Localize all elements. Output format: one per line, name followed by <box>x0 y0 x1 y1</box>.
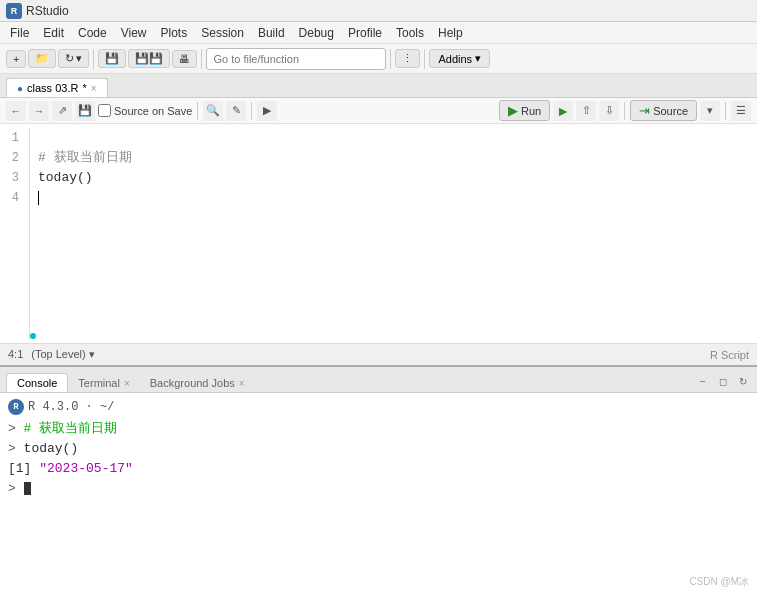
recent-files-button[interactable]: ↻ ▾ <box>58 49 89 68</box>
save-icon: 💾 <box>105 52 119 65</box>
console-pane: Console Terminal × Background Jobs × − ◻… <box>0 367 757 597</box>
dropdown-arrow: ▾ <box>76 52 82 65</box>
cursor-position: 4:1 <box>8 348 23 361</box>
source-on-save-text: Source on Save <box>114 105 192 117</box>
jobs-close-icon[interactable]: × <box>239 378 245 389</box>
editor-tab-label: class 03.R <box>27 82 78 94</box>
save-all-button[interactable]: 💾💾 <box>128 49 170 68</box>
console-tab-bar: Console Terminal × Background Jobs × − ◻… <box>0 367 757 393</box>
save-editor-button[interactable]: 💾 <box>75 101 95 121</box>
console-cursor <box>24 482 31 495</box>
code-line-3: today() <box>38 168 749 188</box>
new-file-icon: + <box>13 53 19 65</box>
open-file-button[interactable]: 📁 <box>28 49 56 68</box>
console-line-3: [1] "2023-05-17" <box>8 459 749 479</box>
console-version: R 4.3.0 · ~/ <box>28 397 114 417</box>
scope-dropdown[interactable]: ▾ <box>89 348 95 360</box>
run-label: Run <box>521 105 541 117</box>
editor-tab-file[interactable]: ● class 03.R * × <box>6 78 108 97</box>
run-button[interactable]: ▶ Run <box>499 100 550 121</box>
console-header-line: R R 4.3.0 · ~/ <box>8 397 749 417</box>
console-content[interactable]: R R 4.3.0 · ~/ > # 获取当前日期 > today() [1] … <box>0 393 757 597</box>
scope-indicator: (Top Level) ▾ <box>31 348 94 361</box>
console-tab-buttons: − ◻ ↻ <box>695 373 751 392</box>
menu-view[interactable]: View <box>115 24 153 42</box>
console-comment-1: # 获取当前日期 <box>24 421 118 436</box>
maximize-console-button[interactable]: ◻ <box>715 373 731 389</box>
menu-build[interactable]: Build <box>252 24 291 42</box>
options-button[interactable]: ☰ <box>731 101 751 121</box>
recent-icon: ↻ <box>65 52 74 65</box>
background-jobs-label: Background Jobs <box>150 377 235 389</box>
scope-text: (Top Level) <box>31 348 85 360</box>
clear-console-button[interactable]: ↻ <box>735 373 751 389</box>
editor-toolbar-sep-4 <box>725 102 726 120</box>
code-content[interactable]: # 获取当前日期 today() <box>30 128 757 339</box>
menu-debug[interactable]: Debug <box>293 24 340 42</box>
save-button[interactable]: 💾 <box>98 49 126 68</box>
console-prompt-2: > <box>8 441 24 456</box>
menu-tools[interactable]: Tools <box>390 24 430 42</box>
toolbar-separator-3 <box>390 49 391 69</box>
minimize-console-button[interactable]: − <box>695 373 711 389</box>
menu-plots[interactable]: Plots <box>155 24 194 42</box>
script-type: R Script <box>710 349 749 361</box>
new-file-button[interactable]: + <box>6 50 26 68</box>
menu-session[interactable]: Session <box>195 24 250 42</box>
code-editor[interactable]: 1 2 3 4 # 获取当前日期 today() <box>0 124 757 343</box>
line-num-3: 3 <box>0 168 23 188</box>
breakpoint-indicator <box>30 333 36 339</box>
terminal-tab-label: Terminal <box>78 377 120 389</box>
re-run-button[interactable]: ► <box>553 101 573 121</box>
console-string-1: "2023-05-17" <box>39 461 133 476</box>
source-arrow-icon: ⇥ <box>639 103 650 118</box>
navigate-back-button[interactable]: ← <box>6 101 26 121</box>
addins-button[interactable]: Addins ▾ <box>429 49 490 68</box>
tab-background-jobs[interactable]: Background Jobs × <box>140 374 255 392</box>
code-line-4 <box>38 188 749 208</box>
console-prompt-3: > <box>8 481 24 496</box>
console-cmd-1: today() <box>24 441 79 456</box>
tab-console[interactable]: Console <box>6 373 68 392</box>
goto-input[interactable] <box>206 48 386 70</box>
run-arrow-icon: ▶ <box>508 103 518 118</box>
show-in-new-window-button[interactable]: ⇗ <box>52 101 72 121</box>
toolbar-separator-4 <box>424 49 425 69</box>
main-toolbar: + 📁 ↻ ▾ 💾 💾💾 🖶 ⋮ Addins ▾ <box>0 44 757 74</box>
print-button[interactable]: 🖶 <box>172 50 197 68</box>
source-dropdown-button[interactable]: ▾ <box>700 101 720 121</box>
menu-profile[interactable]: Profile <box>342 24 388 42</box>
editor-pane: ● class 03.R * × ← → ⇗ 💾 Source on Save … <box>0 74 757 367</box>
navigate-forward-button[interactable]: → <box>29 101 49 121</box>
r-logo: R <box>8 399 24 415</box>
source-on-save-checkbox[interactable] <box>98 104 111 117</box>
line-num-2: 2 <box>0 148 23 168</box>
source-button[interactable]: ⇥ Source <box>630 100 697 121</box>
tab-modified-marker: * <box>82 82 86 94</box>
console-line-1: > # 获取当前日期 <box>8 419 749 439</box>
run-up-button[interactable]: ⇧ <box>576 101 596 121</box>
code-line-1 <box>38 128 749 148</box>
console-line-2: > today() <box>8 439 749 459</box>
menu-code[interactable]: Code <box>72 24 113 42</box>
source-on-save-label[interactable]: Source on Save <box>98 104 192 117</box>
menu-file[interactable]: File <box>4 24 35 42</box>
find-button[interactable]: 🔍 <box>203 101 223 121</box>
editor-toolbar-sep <box>197 102 198 120</box>
grid-button[interactable]: ⋮ <box>395 49 420 68</box>
menu-help[interactable]: Help <box>432 24 469 42</box>
compile-button[interactable]: ▶ <box>257 101 277 121</box>
line-num-1: 1 <box>0 128 23 148</box>
terminal-close-icon[interactable]: × <box>124 378 130 389</box>
run-down-button[interactable]: ⇩ <box>599 101 619 121</box>
console-tabs: Console Terminal × Background Jobs × <box>6 373 255 392</box>
editor-toolbar-sep-2 <box>251 102 252 120</box>
code-tools-button[interactable]: ✎ <box>226 101 246 121</box>
tab-close-button[interactable]: × <box>91 83 97 94</box>
tab-terminal[interactable]: Terminal × <box>68 374 139 392</box>
toolbar-separator <box>93 49 94 69</box>
menu-edit[interactable]: Edit <box>37 24 70 42</box>
addins-label: Addins <box>438 53 472 65</box>
code-line-2: # 获取当前日期 <box>38 148 749 168</box>
console-tab-label: Console <box>17 377 57 389</box>
